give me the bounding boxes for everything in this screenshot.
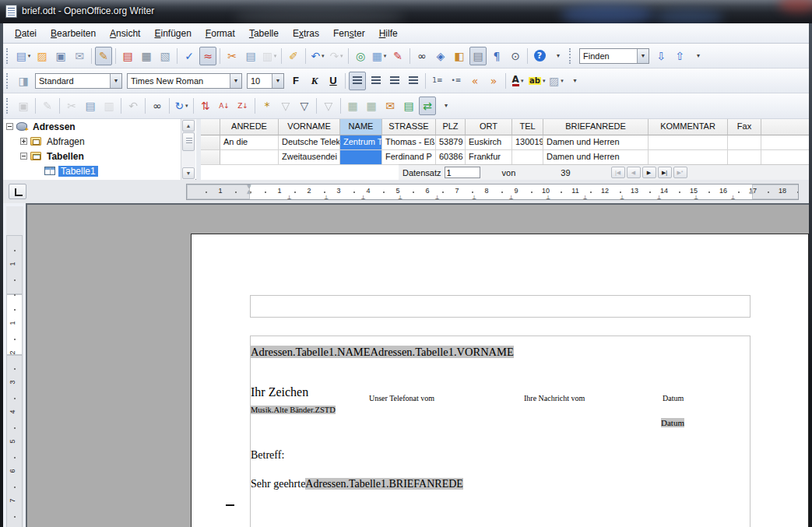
record-number-input[interactable]: [445, 167, 480, 178]
undo-data-button[interactable]: ↶: [125, 97, 142, 115]
find-overflow-button[interactable]: ▾: [690, 47, 707, 65]
align-center-button[interactable]: [367, 72, 385, 90]
cell[interactable]: 60386: [436, 150, 466, 165]
cell[interactable]: [512, 150, 543, 165]
gallery-button[interactable]: ◧: [451, 47, 468, 65]
cell[interactable]: 53879: [436, 135, 466, 150]
explorer-on-off-button[interactable]: ⇄: [419, 97, 436, 115]
cell[interactable]: Damen und Herren: [543, 150, 649, 165]
font-name-combo[interactable]: Times New Roman▼: [127, 73, 242, 89]
font-color-button[interactable]: A▾: [509, 72, 526, 90]
tabledata-overflow-button[interactable]: ▾: [438, 97, 455, 115]
find-combo-value[interactable]: Finden: [580, 51, 637, 61]
format-paintbrush-button[interactable]: ✐: [285, 47, 302, 65]
bullet-list-button[interactable]: •≡: [448, 72, 465, 90]
copy-record-button[interactable]: ▤: [82, 97, 99, 115]
toolbar-grip[interactable]: [569, 48, 574, 64]
collapse-icon[interactable]: [20, 153, 27, 160]
data-sources-button[interactable]: ▤: [469, 47, 487, 65]
increase-indent-button[interactable]: »: [485, 72, 502, 90]
menu-einfgen[interactable]: Einfügen: [147, 25, 198, 42]
document-page[interactable]: Adressen.Tabelle1.NAMEAdressen.Tabelle1.…: [191, 234, 809, 527]
copy-button[interactable]: ▤: [242, 47, 259, 65]
column-header-tel[interactable]: TEL: [512, 119, 543, 135]
underline-button[interactable]: U: [325, 72, 342, 90]
column-header-fax[interactable]: Fax: [728, 119, 761, 135]
cell[interactable]: Euskirch: [466, 135, 512, 150]
align-left-button[interactable]: [349, 72, 366, 90]
font-name-combo-dropdown-icon[interactable]: ▼: [230, 74, 241, 88]
highlighting-dropdown-icon[interactable]: ▾: [543, 78, 546, 84]
menu-fenster[interactable]: Fenster: [326, 25, 372, 42]
paragraph-style-combo[interactable]: Standard▼: [35, 73, 122, 89]
new-record-button[interactable]: ▶*: [673, 167, 687, 178]
export-pdf-button[interactable]: ▤: [119, 47, 136, 65]
edit-file-button[interactable]: ✎: [95, 47, 112, 65]
menu-format[interactable]: Format: [199, 25, 242, 42]
right-indent-marker[interactable]: ▲: [748, 189, 754, 195]
cell[interactable]: An die: [220, 135, 279, 150]
previous-record-button[interactable]: ◀: [627, 167, 641, 178]
decrease-indent-button[interactable]: «: [466, 72, 483, 90]
background-color-dropdown-icon[interactable]: ▾: [561, 78, 564, 84]
next-record-button[interactable]: ▶: [642, 167, 656, 178]
standard-filter-button[interactable]: ▽: [296, 97, 313, 115]
font-name-combo-value[interactable]: Times New Roman: [128, 76, 230, 86]
row-selector[interactable]: [201, 135, 220, 150]
tree-scrollbar[interactable]: ▲ ▼: [181, 119, 195, 180]
print-button[interactable]: ▦: [138, 47, 155, 65]
auto-filter-button[interactable]: *: [258, 97, 276, 115]
font-size-combo[interactable]: 10▼: [247, 73, 284, 89]
sort-ascending-button[interactable]: A↓: [216, 97, 233, 115]
cut-button[interactable]: ✂: [223, 47, 241, 65]
italic-button[interactable]: K: [306, 72, 323, 90]
edit-data-button[interactable]: ✎: [39, 97, 56, 115]
open-button[interactable]: ▨: [33, 47, 51, 65]
data-to-text-button[interactable]: ▦: [344, 97, 361, 115]
column-header-vorname[interactable]: VORNAME: [279, 119, 340, 135]
indent-marker[interactable]: ▲: [246, 189, 252, 195]
find-record-button[interactable]: ∞: [149, 97, 166, 115]
menu-ansicht[interactable]: Ansicht: [103, 25, 147, 42]
paragraph-style-combo-value[interactable]: Standard: [36, 76, 110, 86]
cell[interactable]: Ferdinand P: [382, 150, 436, 165]
column-header-plz[interactable]: PLZ: [436, 119, 466, 135]
menu-extras[interactable]: Extras: [286, 25, 326, 42]
cut-record-button[interactable]: ✂: [63, 97, 80, 115]
column-header-anrede[interactable]: ANREDE: [220, 119, 279, 135]
tab-stop-selector-button[interactable]: [9, 184, 26, 199]
page-preview-button[interactable]: ▧: [156, 47, 174, 65]
zoom-button[interactable]: ⊙: [507, 47, 524, 65]
horizontal-ruler[interactable]: 1123456789101112131415161718⊥⊥⊥⊥⊥⊥⊥⊥⊥⊥⊥⊥…: [186, 184, 799, 200]
formatting-marks-button[interactable]: ¶: [488, 47, 505, 65]
paste-button[interactable]: ▥▾: [261, 47, 278, 65]
menu-tabelle[interactable]: Tabelle: [242, 25, 286, 42]
scroll-down-button[interactable]: ▼: [182, 167, 195, 179]
toolbar-grip[interactable]: [6, 48, 11, 64]
font-color-dropdown-icon[interactable]: ▾: [521, 78, 524, 84]
tree-item-adressen[interactable]: Adressen: [3, 119, 181, 134]
cell[interactable]: [220, 150, 279, 165]
find-next-button[interactable]: ⇩: [652, 47, 670, 65]
find-replace-button[interactable]: ∞: [413, 47, 431, 65]
cell[interactable]: Deutsche Telek: [279, 135, 340, 150]
vertical-ruler[interactable]: 11234567: [6, 206, 23, 527]
hyperlink-button[interactable]: ◎: [352, 47, 369, 65]
cell[interactable]: Zweitausendei: [279, 150, 340, 165]
scroll-thumb[interactable]: [182, 132, 195, 151]
last-record-button[interactable]: ▶|: [658, 167, 672, 178]
find-combo-dropdown-icon[interactable]: ▼: [637, 49, 649, 63]
spellcheck-button[interactable]: ✓: [181, 47, 198, 65]
send-email-button[interactable]: ✉: [71, 47, 88, 65]
undo-dropdown-icon[interactable]: ▾: [322, 53, 325, 59]
tree-item-tabelle1[interactable]: Tabelle1: [3, 163, 181, 178]
navigator-button[interactable]: ◈: [432, 47, 449, 65]
column-header-kommentar[interactable]: KOMMENTAR: [649, 119, 728, 135]
cell[interactable]: 1300191: [512, 135, 543, 150]
expand-icon[interactable]: [20, 138, 27, 145]
background-color-button[interactable]: ▨▾: [547, 72, 564, 90]
column-header-name[interactable]: NAME: [340, 119, 382, 135]
undo-button[interactable]: ↶▾: [309, 47, 326, 65]
data-to-fields-button[interactable]: ▦: [363, 97, 380, 115]
first-record-button[interactable]: |◀: [611, 167, 625, 178]
